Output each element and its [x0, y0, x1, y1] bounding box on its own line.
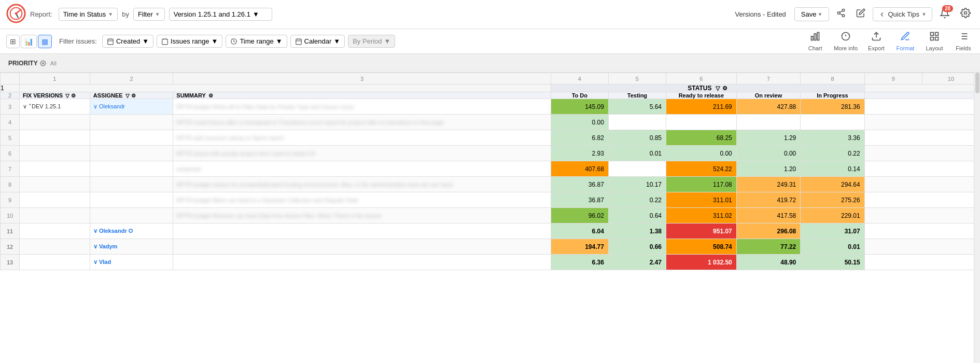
- assignee-7: [90, 161, 173, 177]
- chart-small-icon-button[interactable]: 📊: [21, 35, 37, 48]
- svg-rect-26: [817, 33, 819, 40]
- scrollbar-track: [974, 73, 980, 363]
- testing-header: Testing: [608, 92, 666, 99]
- inprogress-12: 0.01: [801, 239, 864, 255]
- todo-10: 96.02: [551, 208, 608, 224]
- svg-rect-31: [931, 33, 934, 36]
- export-tool-icon: [871, 31, 881, 44]
- header: Report: Time in Status ▼ by Filter ▼ Ver…: [0, 0, 980, 29]
- testing-6: 0.01: [608, 146, 666, 161]
- ready-12: 508.74: [666, 239, 736, 255]
- more-info-tool-button[interactable]: More info: [834, 31, 858, 51]
- row-num-3: 3: [1, 99, 20, 115]
- fields-tool-button[interactable]: Fields: [953, 31, 974, 51]
- status-header-row: 1 STATUS ▽ ⚙: [1, 85, 980, 92]
- col-num-5: 5: [608, 73, 666, 85]
- onreview-11: 296.08: [736, 224, 800, 239]
- time-range-select[interactable]: Time range ▼: [226, 35, 287, 48]
- summary-header: SUMMARY ⚙: [173, 92, 551, 99]
- row-num-8: 8: [1, 177, 20, 192]
- summary-8: RPTR budget values for private/dedicated…: [173, 177, 551, 192]
- todo-11: 6.04: [551, 224, 608, 239]
- issues-range-arrow: ▼: [212, 37, 218, 45]
- ready-9: 311.01: [666, 192, 736, 208]
- testing-10: 0.64: [608, 208, 666, 224]
- fix-versions-filter-icon: ▽: [65, 93, 69, 99]
- fix-version-6: [20, 146, 90, 161]
- todo-7: 407.68: [551, 161, 608, 177]
- created-select[interactable]: Created ▼: [102, 35, 153, 48]
- onreview-5: 1.29: [736, 130, 800, 146]
- fix-version-13: [20, 255, 90, 270]
- table-icon-button[interactable]: ▦: [38, 35, 52, 48]
- todo-6: 2.93: [551, 146, 608, 161]
- summary-settings-icon: ⚙: [208, 93, 213, 99]
- chart-tool-button[interactable]: Chart: [805, 31, 825, 51]
- row-num-6: 6: [1, 146, 20, 161]
- row-num-11: 11: [1, 224, 20, 239]
- assignee-3: ∨ Oleksandr: [90, 99, 173, 115]
- filter-select[interactable]: Filter ▼: [133, 8, 165, 21]
- assignee-10: [90, 208, 173, 224]
- svg-line-19: [232, 38, 232, 39]
- assignee-9: [90, 192, 173, 208]
- edit-icon-button[interactable]: [853, 5, 869, 23]
- share-icon-button[interactable]: [833, 5, 849, 23]
- table-row: 10 RPTR budget Remove can load Data from…: [1, 208, 980, 224]
- table-row: 4 RPTR could freeze after a checkpoint i…: [1, 115, 980, 130]
- notification-button[interactable]: 28: [936, 5, 953, 23]
- testing-7: [608, 161, 666, 177]
- inprogress-13: 50.15: [801, 255, 864, 270]
- inprogress-8: 294.64: [801, 177, 864, 192]
- ready-10: 311.02: [666, 208, 736, 224]
- table-row: 5 RPTR add incorrect values in Sprint re…: [1, 130, 980, 146]
- inprogress-10: 229.01: [801, 208, 864, 224]
- settings-icon-button[interactable]: [957, 5, 974, 24]
- ready-11: 951.07: [666, 224, 736, 239]
- col-num-8: 8: [801, 73, 864, 85]
- version-select[interactable]: Version 1.25.1 and 1.26.1 ▼: [169, 8, 272, 21]
- grid-icon-button[interactable]: ⊞: [6, 35, 20, 48]
- summary-12: [173, 239, 551, 255]
- svg-rect-15: [162, 39, 168, 45]
- priority-label: PRIORITY: [8, 60, 46, 67]
- fix-version-11: [20, 224, 90, 239]
- save-button[interactable]: Save ▼: [794, 7, 830, 21]
- calendar-select[interactable]: Calendar ▼: [290, 35, 345, 48]
- onreview-9: 419.72: [736, 192, 800, 208]
- toolbar: ⊞ 📊 ▦ Filter issues: Created ▼ Issues ra…: [0, 29, 980, 54]
- format-tool-button[interactable]: Format: [895, 31, 916, 51]
- spreadsheet-wrapper[interactable]: 1 2 3 4 5 6 7 8 9 10 1 STATUS ▽ ⚙: [0, 73, 980, 363]
- on-review-header: On review: [736, 92, 800, 99]
- ready-13: 1 032.50: [666, 255, 736, 270]
- onreview-4: [736, 115, 800, 130]
- assignee-13: ∨ Vlad: [90, 255, 173, 270]
- version-arrow: ▼: [253, 10, 259, 18]
- scrollbar-thumb[interactable]: [975, 73, 979, 93]
- by-period-select[interactable]: By Period ▼: [348, 35, 395, 48]
- layout-tool-button[interactable]: Layout: [924, 31, 945, 51]
- chart-tool-icon: [810, 31, 820, 44]
- summary-5: RPTR add incorrect values in Sprint repo…: [173, 130, 551, 146]
- status-settings-icon: ⚙: [722, 85, 727, 91]
- table-row: 13 ∨ Vlad 6.36 2.47 1 032.50 48.90 50.15: [1, 255, 980, 270]
- summary-11: [173, 224, 551, 239]
- inprogress-7: 0.14: [801, 161, 864, 177]
- assignee-settings-icon: ⚙: [131, 93, 136, 99]
- report-type-select[interactable]: Time in Status ▼: [59, 8, 118, 21]
- assignee-6: [90, 146, 173, 161]
- ready-7: 524.22: [666, 161, 736, 177]
- svg-rect-34: [931, 37, 934, 40]
- quick-tips-button[interactable]: Quick Tips ▼: [873, 7, 932, 21]
- testing-9: 0.22: [608, 192, 666, 208]
- in-progress-header: In Progress: [801, 92, 864, 99]
- export-tool-button[interactable]: Export: [866, 31, 887, 51]
- filter-issues-label: Filter issues:: [59, 37, 97, 45]
- todo-9: 36.87: [551, 192, 608, 208]
- column-number-row: 1 2 3 4 5 6 7 8 9 10: [1, 73, 980, 85]
- issues-range-select[interactable]: Issues range ▼: [157, 35, 222, 48]
- onreview-6: 0.00: [736, 146, 800, 161]
- svg-rect-24: [811, 36, 813, 40]
- testing-5: 0.85: [608, 130, 666, 146]
- assignee-header: ASSIGNEE ▽ ⚙: [90, 92, 173, 99]
